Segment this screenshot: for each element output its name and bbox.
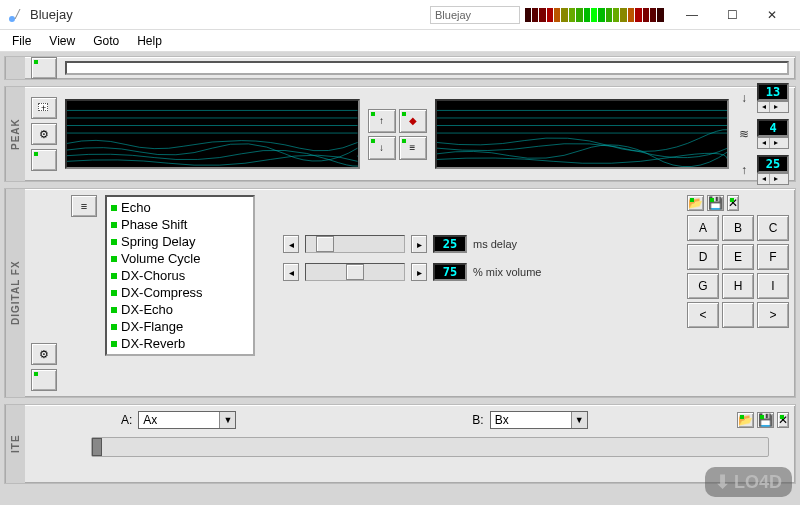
fx-toggle-button[interactable] bbox=[31, 369, 57, 391]
panel-peak: PEAK + ⚙ ↑ ◆ bbox=[4, 86, 796, 182]
ite-slider-track[interactable] bbox=[91, 437, 769, 457]
peak-settings-button[interactable]: ⚙ bbox=[31, 123, 57, 145]
window-title: Bluejay bbox=[30, 7, 430, 22]
bars-icon: ≡ bbox=[410, 142, 416, 153]
waves-icon: ≋ bbox=[737, 127, 751, 141]
peak-tool-column: + ⚙ bbox=[31, 97, 57, 171]
fx-settings-button[interactable]: ⚙ bbox=[31, 343, 57, 365]
nav-up-button[interactable]: ↑ bbox=[368, 109, 396, 133]
key-b[interactable]: B bbox=[722, 215, 754, 241]
key-f[interactable]: F bbox=[757, 244, 789, 270]
combo-b-dropdown[interactable]: ▼ bbox=[571, 412, 587, 428]
vtab-cropped[interactable] bbox=[5, 57, 25, 79]
fx-item: Volume Cycle bbox=[109, 250, 251, 267]
key-blank[interactable] bbox=[722, 302, 754, 328]
minimize-button[interactable]: — bbox=[672, 2, 712, 28]
download-icon: ⬇ bbox=[715, 471, 730, 493]
peak-nav-grid: ↑ ◆ ↓ ≡ bbox=[368, 109, 427, 160]
key-c[interactable]: C bbox=[757, 215, 789, 241]
waveform-svg bbox=[67, 101, 358, 167]
vtab-peak[interactable]: PEAK bbox=[5, 87, 25, 181]
nav-color-button[interactable]: ◆ bbox=[399, 109, 427, 133]
mix-track[interactable] bbox=[305, 263, 405, 281]
app-icon bbox=[8, 7, 24, 23]
combo-a-label: A: bbox=[121, 413, 132, 427]
delay-dec-button[interactable]: ◂ bbox=[283, 235, 299, 253]
fx-close-button[interactable]: ✕ bbox=[727, 195, 739, 211]
spinner-top[interactable]: ◂▸ bbox=[757, 101, 789, 113]
led-icon bbox=[111, 307, 117, 313]
mix-dec-button[interactable]: ◂ bbox=[283, 263, 299, 281]
window-controls: — ☐ ✕ bbox=[672, 2, 792, 28]
key-e[interactable]: E bbox=[722, 244, 754, 270]
cropped-field bbox=[65, 61, 789, 75]
waveform-svg bbox=[437, 101, 728, 167]
key-g[interactable]: G bbox=[687, 273, 719, 299]
key-a[interactable]: A bbox=[687, 215, 719, 241]
fx-right-column: 📂 💾 ✕ A B C D E F G H I < > bbox=[687, 195, 789, 328]
menu-view[interactable]: View bbox=[41, 32, 83, 50]
menu-bar: File View Goto Help bbox=[0, 30, 800, 52]
vtab-digital-fx[interactable]: DIGITAL FX bbox=[5, 189, 25, 397]
led-icon bbox=[111, 341, 117, 347]
fx-item: DX-Compress bbox=[109, 284, 251, 301]
combo-a-input[interactable] bbox=[139, 412, 219, 428]
key-prev[interactable]: < bbox=[687, 302, 719, 328]
delay-thumb[interactable] bbox=[316, 236, 334, 252]
vu-label: Bluejay bbox=[430, 6, 520, 24]
key-next[interactable]: > bbox=[757, 302, 789, 328]
spinner-mid[interactable]: ◂▸ bbox=[757, 137, 789, 149]
peak-waveform-left[interactable] bbox=[65, 99, 360, 169]
ite-close-button[interactable]: ✕ bbox=[777, 412, 789, 428]
peak-waveform-right[interactable] bbox=[435, 99, 730, 169]
readout-mid: 4 bbox=[757, 119, 789, 137]
nav-down-button[interactable]: ↓ bbox=[368, 136, 396, 160]
vu-meter bbox=[524, 8, 664, 22]
panel-digital-fx: DIGITAL FX ≡ ⚙ Echo Phase Shift Spring D… bbox=[4, 188, 796, 398]
combo-a-dropdown[interactable]: ▼ bbox=[219, 412, 235, 428]
align-icon: ≡ bbox=[81, 200, 87, 212]
fx-effects-list[interactable]: Echo Phase Shift Spring Delay Volume Cyc… bbox=[105, 195, 255, 356]
spinner-bot[interactable]: ◂▸ bbox=[757, 173, 789, 185]
menu-help[interactable]: Help bbox=[129, 32, 170, 50]
ite-open-button[interactable]: 📂 bbox=[737, 412, 754, 428]
peak-add-button[interactable]: + bbox=[31, 97, 57, 119]
menu-goto[interactable]: Goto bbox=[85, 32, 127, 50]
menu-file[interactable]: File bbox=[4, 32, 39, 50]
fx-item: DX-Chorus bbox=[109, 267, 251, 284]
readout-top: 13 bbox=[757, 83, 789, 101]
key-h[interactable]: H bbox=[722, 273, 754, 299]
delay-track[interactable] bbox=[305, 235, 405, 253]
mix-thumb[interactable] bbox=[346, 264, 364, 280]
cropped-button[interactable] bbox=[31, 57, 57, 79]
ite-save-button[interactable]: 💾 bbox=[757, 412, 774, 428]
gear-icon: ⚙ bbox=[39, 128, 49, 141]
watermark: ⬇ LO4D bbox=[705, 467, 792, 497]
combo-b[interactable]: ▼ bbox=[490, 411, 588, 429]
combo-a[interactable]: ▼ bbox=[138, 411, 236, 429]
ite-file-buttons: 📂 💾 ✕ bbox=[737, 412, 789, 428]
delay-value: 25 bbox=[433, 235, 467, 253]
fx-file-buttons: 📂 💾 ✕ bbox=[687, 195, 789, 211]
fx-item: DX-Flange bbox=[109, 318, 251, 335]
maximize-button[interactable]: ☐ bbox=[712, 2, 752, 28]
fx-save-button[interactable]: 💾 bbox=[707, 195, 724, 211]
fx-align-button[interactable]: ≡ bbox=[71, 195, 97, 217]
key-d[interactable]: D bbox=[687, 244, 719, 270]
titlebar-meter: Bluejay bbox=[430, 6, 664, 24]
vtab-ite[interactable]: ITE bbox=[5, 405, 25, 483]
color-icon: ◆ bbox=[409, 115, 417, 126]
delay-inc-button[interactable]: ▸ bbox=[411, 235, 427, 253]
down-arrow-icon: ↓ bbox=[737, 91, 751, 105]
led-icon bbox=[111, 239, 117, 245]
readout-bot: 25 bbox=[757, 155, 789, 173]
combo-b-input[interactable] bbox=[491, 412, 571, 428]
close-button[interactable]: ✕ bbox=[752, 2, 792, 28]
peak-toggle-button[interactable] bbox=[31, 149, 57, 171]
key-i[interactable]: I bbox=[757, 273, 789, 299]
fx-open-button[interactable]: 📂 bbox=[687, 195, 704, 211]
nav-bars-button[interactable]: ≡ bbox=[399, 136, 427, 160]
ite-slider-thumb[interactable] bbox=[92, 438, 102, 456]
mix-inc-button[interactable]: ▸ bbox=[411, 263, 427, 281]
combo-b-label: B: bbox=[472, 413, 483, 427]
